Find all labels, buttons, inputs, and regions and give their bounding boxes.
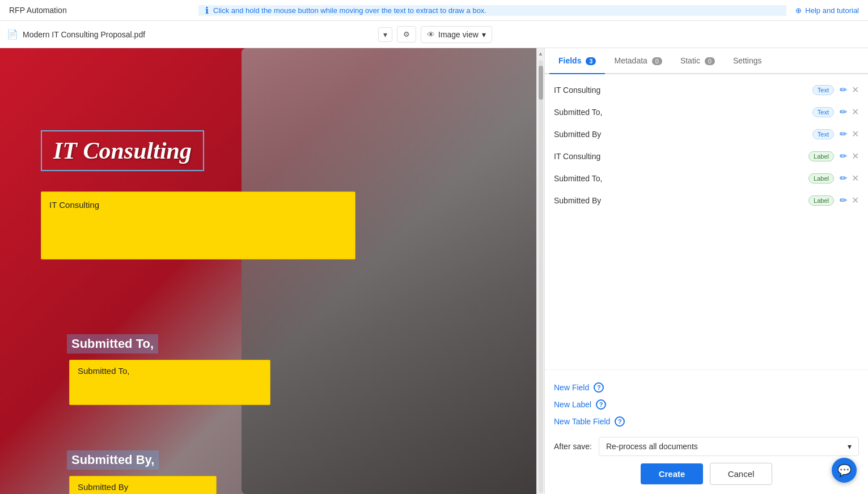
file-name: Modern IT Consulting Proposal.pdf <box>23 30 374 39</box>
new-table-field-label: New Table Field <box>554 417 610 426</box>
field-actions-0: ✏ ✕ <box>840 84 859 95</box>
file-icon: 📄 <box>7 29 18 40</box>
field-name-5: Submitted By <box>554 196 803 205</box>
new-label-row[interactable]: New Label ? <box>554 396 859 413</box>
bottom-actions: New Field ? New Label ? New Table Field … <box>545 369 868 494</box>
field-actions-1: ✏ ✕ <box>840 107 859 117</box>
after-save-select[interactable]: Re-process all documents ▾ <box>599 437 859 456</box>
field-edit-icon-1[interactable]: ✏ <box>840 107 847 117</box>
top-bar: RFP Automation ℹ Click and hold the mous… <box>0 0 868 21</box>
field-delete-icon-5[interactable]: ✕ <box>852 195 859 206</box>
file-selector[interactable]: 📄 Modern IT Consulting Proposal.pdf ▾ <box>7 27 392 42</box>
submitted-to-text: Submitted To, <box>71 337 154 351</box>
field-edit-icon-3[interactable]: ✏ <box>840 151 847 161</box>
field-name-0: IT Consulting <box>554 86 807 95</box>
tab-settings[interactable]: Settings <box>724 48 771 73</box>
field-type-3: Label <box>808 151 834 161</box>
field-actions-5: ✏ ✕ <box>840 195 859 206</box>
notice-text: Click and hold the mouse button while mo… <box>213 6 486 15</box>
field-type-1: Text <box>812 107 834 117</box>
help-label: Help and tutorial <box>805 6 859 15</box>
after-save-row: After save: Re-process all documents ▾ <box>554 437 859 456</box>
pdf-viewer[interactable]: IT Consulting IT Consulting Submitted To… <box>0 48 544 494</box>
new-label-help-icon[interactable]: ? <box>596 399 606 410</box>
submitted-to-label[interactable]: Submitted To, <box>67 334 158 354</box>
it-consulting-title-text: IT Consulting <box>53 138 192 164</box>
tab-static-badge: 0 <box>705 57 715 65</box>
settings-button[interactable]: ⚙ <box>397 26 416 42</box>
tab-fields-badge: 3 <box>586 57 596 65</box>
field-actions-2: ✏ ✕ <box>840 129 859 139</box>
submitted-to-input-box[interactable]: Submitted To, <box>69 360 270 405</box>
view-selector[interactable]: 👁 Image view ▾ <box>421 26 492 43</box>
field-delete-icon-2[interactable]: ✕ <box>852 129 859 139</box>
submitted-by-input-text: Submitted By <box>78 482 128 492</box>
chat-icon: 💬 <box>837 463 852 477</box>
submitted-to-input-text: Submitted To, <box>78 366 129 376</box>
field-type-0: Text <box>812 85 834 95</box>
chat-bubble-button[interactable]: 💬 <box>832 458 857 483</box>
new-table-field-help-icon[interactable]: ? <box>615 416 625 427</box>
scroll-thumb[interactable] <box>539 66 543 100</box>
field-item-4: Submitted To, Label ✏ ✕ <box>545 167 868 189</box>
field-item-5: Submitted By Label ✏ ✕ <box>545 189 868 211</box>
field-type-4: Label <box>808 173 834 184</box>
file-dropdown[interactable]: ▾ <box>378 27 392 42</box>
new-label-label: New Label <box>554 400 591 409</box>
tab-metadata[interactable]: Metadata 0 <box>605 48 671 73</box>
field-name-1: Submitted To, <box>554 108 807 117</box>
toolbar: 📄 Modern IT Consulting Proposal.pdf ▾ ⚙ … <box>0 21 868 48</box>
field-type-2: Text <box>812 129 834 139</box>
create-button[interactable]: Create <box>641 463 703 484</box>
field-item-3: IT Consulting Label ✏ ✕ <box>545 145 868 167</box>
submitted-by-input-box[interactable]: Submitted By <box>69 476 217 494</box>
chevron-down-icon: ▾ <box>383 30 387 39</box>
new-field-help-icon[interactable]: ? <box>594 382 604 393</box>
new-field-label: New Field <box>554 383 589 392</box>
main-layout: IT Consulting IT Consulting Submitted To… <box>0 48 868 494</box>
field-edit-icon-4[interactable]: ✏ <box>840 173 847 184</box>
view-label: Image view <box>438 30 479 39</box>
right-panel: Fields 3 Metadata 0 Static 0 Settings IT… <box>544 48 868 494</box>
field-actions-3: ✏ ✕ <box>840 151 859 161</box>
tab-metadata-label: Metadata <box>614 56 647 65</box>
field-delete-icon-1[interactable]: ✕ <box>852 107 859 117</box>
field-item-2: Submitted By Text ✏ ✕ <box>545 123 868 145</box>
field-actions-4: ✏ ✕ <box>840 173 859 184</box>
it-consulting-title-box[interactable]: IT Consulting <box>41 130 204 171</box>
help-icon: ⊕ <box>795 6 802 15</box>
after-save-value: Re-process all documents <box>606 442 698 451</box>
tab-static[interactable]: Static 0 <box>671 48 724 73</box>
field-name-2: Submitted By <box>554 130 807 139</box>
help-tutorial-button[interactable]: ⊕ Help and tutorial <box>786 6 868 15</box>
scroll-track[interactable] <box>539 60 543 493</box>
tab-fields[interactable]: Fields 3 <box>549 48 605 73</box>
field-delete-icon-0[interactable]: ✕ <box>852 84 859 95</box>
new-table-field-row[interactable]: New Table Field ? <box>554 413 859 430</box>
field-type-5: Label <box>808 195 834 206</box>
scroll-indicator[interactable]: ▲ <box>536 48 544 494</box>
field-name-4: Submitted To, <box>554 174 803 183</box>
submitted-by-label[interactable]: Submitted By, <box>67 450 159 470</box>
info-icon: ℹ <box>205 5 209 16</box>
new-field-row[interactable]: New Field ? <box>554 379 859 396</box>
field-edit-icon-5[interactable]: ✏ <box>840 195 847 206</box>
field-delete-icon-3[interactable]: ✕ <box>852 151 859 161</box>
it-consulting-input-box[interactable]: IT Consulting <box>41 191 355 259</box>
pdf-page: IT Consulting IT Consulting Submitted To… <box>0 48 536 494</box>
app-title: RFP Automation <box>0 6 198 15</box>
after-save-chevron-icon: ▾ <box>848 442 852 451</box>
after-save-label: After save: <box>554 442 592 451</box>
view-chevron-icon: ▾ <box>482 30 486 39</box>
scroll-up-arrow[interactable]: ▲ <box>536 48 544 59</box>
field-name-3: IT Consulting <box>554 152 803 161</box>
field-delete-icon-4[interactable]: ✕ <box>852 173 859 184</box>
field-edit-icon-0[interactable]: ✏ <box>840 84 847 95</box>
cancel-button[interactable]: Cancel <box>710 463 772 485</box>
submitted-by-text: Submitted By, <box>71 453 154 467</box>
it-consulting-input-text: IT Consulting <box>49 200 99 210</box>
notice-bar: ℹ Click and hold the mouse button while … <box>198 5 786 16</box>
tab-fields-label: Fields <box>558 56 581 65</box>
field-edit-icon-2[interactable]: ✏ <box>840 129 847 139</box>
field-item-0: IT Consulting Text ✏ ✕ <box>545 79 868 101</box>
